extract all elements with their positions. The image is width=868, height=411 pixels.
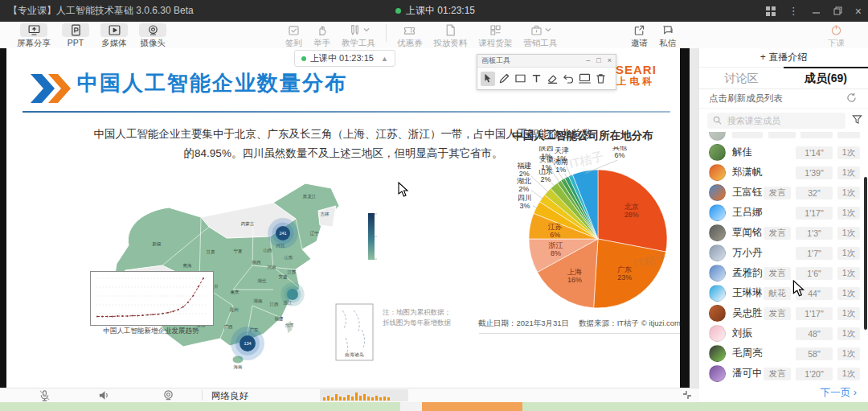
member-name: 万小丹: [732, 246, 763, 260]
member-speak-time: 32": [796, 187, 833, 199]
toolbar-item-coupon[interactable]: 优惠券: [391, 22, 428, 49]
toolbar-item-label: 签到: [285, 38, 302, 49]
member-speak-time: 1'20": [796, 368, 833, 380]
toolbar-item-invite[interactable]: 邀请: [625, 22, 653, 49]
province-label: 江苏: [288, 269, 297, 275]
member-list-scrollbar[interactable]: [864, 177, 867, 330]
refresh-icon[interactable]: [846, 92, 857, 105]
trend-inset-chart: [90, 271, 214, 326]
member-row: 孟雅韵发言1'6"1次: [699, 263, 868, 283]
toolbar-item-materials[interactable]: 投放资料: [428, 22, 473, 49]
province-label: 新疆: [153, 241, 162, 246]
pie-chart-title: 中国人工智能公司所在地分布: [482, 129, 680, 143]
media-icon: [100, 23, 128, 37]
invite-icon: [633, 23, 646, 37]
toolbar-item-camera[interactable]: 摄像头: [133, 22, 172, 49]
whiteboard-panel-titlebar[interactable]: 画板工具 – □ ×: [477, 55, 616, 68]
member-speak-count: 1次: [837, 227, 860, 240]
member-action-badge[interactable]: 献花: [764, 287, 791, 300]
toolbar-item-label: 教学工具: [342, 38, 375, 49]
toolbar-item-media[interactable]: 多媒体: [95, 22, 133, 49]
member-speak-count: 1次: [837, 368, 860, 380]
eraser-tool[interactable]: [545, 72, 559, 86]
member-action-badge[interactable]: 发言: [764, 267, 791, 280]
tab-discussion[interactable]: 讨论区: [699, 67, 784, 88]
close-button[interactable]: ×: [855, 5, 862, 18]
toolbar-item-screen-share[interactable]: 屏幕分享: [11, 22, 56, 49]
member-name: 王富钰: [732, 186, 763, 199]
live-dot-icon: [301, 56, 306, 61]
live-intro-header[interactable]: + 直播介绍: [699, 48, 868, 68]
next-page-link[interactable]: 下一页 ›: [699, 386, 857, 400]
south-sea-inset: 南海诸岛: [336, 304, 373, 360]
layout-grid-icon[interactable]: [766, 6, 776, 16]
panel-maximize-icon[interactable]: □: [596, 57, 600, 64]
collapse-chevron-icon[interactable]: ▲: [381, 55, 388, 63]
member-search-box[interactable]: [707, 113, 845, 129]
title-chevrons-icon: [29, 72, 76, 108]
member-name: 郑潇帆: [732, 166, 763, 179]
toolbar-item-label: 课程货架: [479, 38, 513, 49]
toolbar-item-label: 私信: [659, 38, 676, 49]
tab-members[interactable]: 成员(69): [784, 67, 868, 88]
taskbar-strip-highlight: [422, 402, 522, 411]
member-row: 解佳1'14"1次: [699, 142, 868, 162]
toolbar-item-teach-tools[interactable]: 教学工具: [336, 22, 381, 49]
text-tool[interactable]: [529, 72, 543, 86]
panel-close-icon[interactable]: ×: [608, 57, 612, 64]
province-label: 江西: [270, 302, 280, 307]
undo-tool[interactable]: [561, 72, 575, 86]
mini-class-status[interactable]: 上课中 01:23:15 ▲: [294, 50, 395, 67]
chevron-down-icon: [363, 27, 370, 35]
toolbar-item-checkin[interactable]: 签到: [280, 22, 308, 49]
coupon-icon: [403, 23, 416, 37]
logo-text-en: SEARI: [616, 64, 657, 76]
clear-tool[interactable]: [593, 72, 608, 86]
mini-status-text: 上课中 01:23:15: [310, 52, 374, 64]
pie-label: 陕西1%: [539, 146, 554, 160]
province-label: 甘肃: [207, 249, 216, 254]
avatar: [709, 265, 726, 282]
pie-label: 湖北2%: [517, 177, 531, 193]
toolbar-item-raise-hand[interactable]: 举手: [308, 22, 336, 49]
pencil-tool[interactable]: [497, 72, 511, 86]
member-row: 王吕娜1'17"1次: [699, 203, 868, 223]
province-label: 湖北: [257, 278, 268, 284]
toolbar-item-dm[interactable]: 私信: [653, 22, 682, 49]
member-action-badge[interactable]: 发言: [764, 368, 791, 380]
member-action-badge[interactable]: 发言: [764, 307, 791, 320]
minimize-button[interactable]: [812, 6, 821, 15]
pie-label: 北京28%: [624, 203, 639, 219]
filter-funnel-icon[interactable]: [852, 113, 862, 128]
member-row: 王富钰发言32"1次: [699, 183, 868, 203]
restore-button[interactable]: [833, 6, 842, 15]
map-bubble-value: 134: [244, 341, 251, 346]
province-label: 宁夏: [234, 249, 244, 254]
board-tool[interactable]: [577, 72, 592, 86]
slide-scrollbar[interactable]: [690, 48, 699, 388]
class-status: 上课中 01:23:15: [395, 0, 475, 22]
raise-hand-icon: [315, 23, 329, 37]
toolbar-item-class-end[interactable]: 下课: [822, 22, 850, 49]
title-bar: 【专业课】人工智能技术基础 3.0.6.30 Beta 上课中 01:23:15…: [0, 0, 868, 22]
select-cursor-tool[interactable]: [481, 72, 495, 86]
divider: [386, 24, 387, 42]
sidebar: + 直播介绍 讨论区 成员(69) 点击刷新成员列表: [699, 48, 868, 402]
panel-minimize-icon[interactable]: –: [586, 57, 590, 64]
province-label: 山东: [285, 255, 294, 260]
toolbar-item-shelf[interactable]: 课程货架: [473, 22, 518, 49]
taskbar-strip-gap: [400, 402, 422, 411]
more-menu-icon[interactable]: ⋮: [788, 5, 799, 17]
rectangle-tool[interactable]: [513, 72, 527, 86]
materials-icon: [444, 23, 457, 37]
toolbar-item-ppt[interactable]: PPT: [56, 22, 95, 47]
member-action-badge[interactable]: 发言: [764, 187, 791, 199]
toolbar-item-label: 投放资料: [434, 38, 468, 49]
member-action-badge[interactable]: 发言: [764, 227, 791, 240]
member-search-input[interactable]: [726, 115, 817, 126]
toolbar-item-marketing[interactable]: 营销工具: [518, 22, 563, 49]
pie-label: 天津1%: [555, 146, 569, 162]
avatar: [709, 164, 726, 181]
refresh-members-row[interactable]: 点击刷新成员列表: [699, 88, 868, 109]
member-row: 毛周亮58"1次: [699, 343, 868, 364]
